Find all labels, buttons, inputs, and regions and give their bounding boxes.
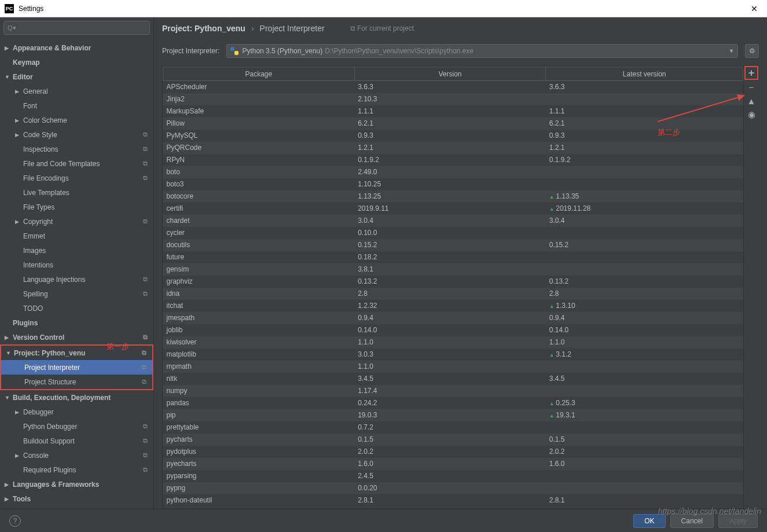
- package-row[interactable]: Jinja22.10.3: [163, 93, 743, 105]
- package-row[interactable]: numpy1.17.4: [163, 385, 743, 397]
- breadcrumb-project: Project: Python_venu: [162, 24, 245, 33]
- package-row[interactable]: chardet3.0.43.0.4: [163, 215, 743, 227]
- gear-icon[interactable]: ⚙: [745, 44, 759, 58]
- col-package[interactable]: Package: [163, 67, 355, 81]
- tree-node-languages-frameworks[interactable]: ▶Languages & Frameworks: [0, 477, 153, 491]
- tree-node-console[interactable]: ▶Console⧉: [0, 448, 153, 463]
- tree-node-file-types[interactable]: File Types: [0, 200, 153, 214]
- package-row[interactable]: nltk3.4.53.4.5: [163, 373, 743, 385]
- interpreter-path: D:\Python\Python_venu\venv\Scripts\pytho…: [325, 47, 474, 55]
- tree-node-build-execution-deployment[interactable]: ▼Build, Execution, Deployment: [0, 390, 153, 405]
- tree-node-tools[interactable]: ▶Tools: [0, 491, 153, 506]
- tree-node-spelling[interactable]: Spelling⧉: [0, 287, 153, 301]
- package-row[interactable]: PyMySQL0.9.30.9.3: [163, 130, 743, 142]
- tree-node-appearance-behavior[interactable]: ▶Appearance & Behavior: [0, 41, 153, 55]
- tree-node-copyright[interactable]: ▶Copyright⧉: [0, 214, 153, 229]
- package-row[interactable]: MarkupSafe1.1.11.1.1: [163, 105, 743, 118]
- package-row[interactable]: matplotlib3.0.33.1.2: [163, 348, 743, 361]
- package-row[interactable]: Pillow6.2.16.2.1: [163, 118, 743, 130]
- package-row[interactable]: pydotplus2.0.22.0.2: [163, 446, 743, 458]
- package-row[interactable]: python-dateutil2.8.12.8.1: [163, 494, 743, 507]
- tree-node-general[interactable]: ▶General: [0, 84, 153, 98]
- show-early-releases-button[interactable]: ◉: [744, 108, 758, 122]
- package-row[interactable]: gensim3.8.1: [163, 263, 743, 276]
- tree-node-project-interpreter[interactable]: Project Interpreter⧉: [1, 360, 152, 375]
- col-version[interactable]: Version: [354, 67, 546, 81]
- tree-node-emmet[interactable]: Emmet: [0, 229, 153, 243]
- tree-node-file-encodings[interactable]: File Encodings⧉: [0, 171, 153, 185]
- package-row[interactable]: prettytable0.7.2: [163, 421, 743, 434]
- upgrade-package-button[interactable]: ▲: [744, 94, 758, 108]
- package-row[interactable]: joblib0.14.00.14.0: [163, 324, 743, 336]
- package-row[interactable]: mpmath1.1.0: [163, 361, 743, 373]
- add-package-button[interactable]: +: [744, 66, 758, 80]
- package-row[interactable]: graphviz0.13.20.13.2: [163, 276, 743, 288]
- tree-node-file-and-code-templates[interactable]: File and Code Templates⧉: [0, 156, 153, 171]
- remove-package-button[interactable]: −: [744, 80, 758, 94]
- window-title: Settings: [19, 5, 746, 13]
- scope-icon: ⧉: [142, 349, 146, 357]
- package-row[interactable]: PyQRCode1.2.11.2.1: [163, 142, 743, 154]
- package-row[interactable]: pip19.0.319.3.1: [163, 409, 743, 421]
- ok-button[interactable]: OK: [633, 514, 665, 528]
- package-row[interactable]: boto2.49.0: [163, 166, 743, 178]
- package-row[interactable]: pypng0.0.20: [163, 482, 743, 494]
- package-row[interactable]: cycler0.10.0: [163, 227, 743, 239]
- package-row[interactable]: idna2.82.8: [163, 288, 743, 300]
- close-icon[interactable]: ✕: [746, 4, 762, 13]
- tree-node-todo[interactable]: TODO: [0, 301, 153, 315]
- cancel-button[interactable]: Cancel: [670, 514, 714, 528]
- tree-node-required-plugins[interactable]: Required Plugins⧉: [0, 463, 153, 477]
- tree-node-project-python-venu[interactable]: ▼Project: Python_venu⧉: [1, 346, 152, 360]
- tree-node-plugins[interactable]: Plugins: [0, 315, 153, 330]
- package-row[interactable]: RPyN0.1.9.20.1.9.2: [163, 154, 743, 166]
- tree-node-images[interactable]: Images: [0, 243, 153, 258]
- scope-icon: ⧉: [143, 290, 148, 298]
- tree-node-editor[interactable]: ▼Editor: [0, 69, 153, 84]
- tree-node-intentions[interactable]: Intentions: [0, 258, 153, 272]
- scope-icon: ⧉: [143, 333, 148, 341]
- help-button[interactable]: ?: [9, 515, 21, 527]
- tree-node-color-scheme[interactable]: ▶Color Scheme: [0, 113, 153, 127]
- package-row[interactable]: future0.18.2: [163, 251, 743, 263]
- interpreter-combo[interactable]: Python 3.5 (Python_venu) D:\Python\Pytho…: [226, 44, 738, 58]
- package-row[interactable]: kiwisolver1.1.01.1.0: [163, 336, 743, 348]
- tree-node-debugger[interactable]: ▶Debugger: [0, 405, 153, 419]
- package-row[interactable]: botocore1.13.251.13.35: [163, 190, 743, 203]
- tree-arrow-icon: ▶: [15, 219, 19, 225]
- col-latest[interactable]: Latest version: [546, 67, 743, 81]
- tree-node-code-style[interactable]: ▶Code Style⧉: [0, 127, 153, 142]
- tree-node-python-debugger[interactable]: Python Debugger⧉: [0, 419, 153, 434]
- packages-table[interactable]: Package Version Latest version APSchedul…: [162, 66, 744, 509]
- tree-node-inspections[interactable]: Inspections⧉: [0, 142, 153, 156]
- tree-node-font[interactable]: Font: [0, 98, 153, 113]
- scope-icon: ⧉: [142, 364, 146, 371]
- tree-arrow-icon: ▼: [5, 395, 10, 401]
- titlebar: PC Settings ✕: [0, 0, 767, 17]
- package-row[interactable]: boto31.10.25: [163, 178, 743, 190]
- search-input[interactable]: Q▾: [3, 21, 150, 35]
- tree-node-version-control[interactable]: ▶Version Control⧉: [0, 330, 153, 344]
- package-row[interactable]: certifi2019.9.112019.11.28: [163, 203, 743, 215]
- package-row[interactable]: pyparsing2.4.5: [163, 470, 743, 482]
- breadcrumb: Project: Python_venu › Project Interpret…: [154, 17, 767, 39]
- package-row[interactable]: pycharts0.1.50.1.5: [163, 434, 743, 446]
- tree-node-buildout-support[interactable]: Buildout Support⧉: [0, 434, 153, 448]
- for-current-project: For current project: [350, 24, 414, 32]
- breadcrumb-page: Project Interpreter: [260, 24, 325, 33]
- tree-node-live-templates[interactable]: Live Templates: [0, 185, 153, 200]
- package-row[interactable]: APScheduler3.6.33.6.3: [163, 81, 743, 93]
- apply-button[interactable]: Apply: [718, 514, 758, 528]
- tree-node-keymap[interactable]: Keymap: [0, 55, 153, 69]
- interpreter-label: Project Interpreter:: [162, 47, 219, 55]
- tree-node-language-injections[interactable]: Language Injections⧉: [0, 272, 153, 287]
- package-row[interactable]: pandas0.24.20.25.3: [163, 397, 743, 409]
- tree-node-project-structure[interactable]: Project Structure⧉: [1, 375, 152, 389]
- package-row[interactable]: itchat1.2.321.3.10: [163, 300, 743, 312]
- package-row[interactable]: docutils0.15.20.15.2: [163, 239, 743, 251]
- package-row[interactable]: jmespath0.9.40.9.4: [163, 312, 743, 324]
- package-row[interactable]: pyecharts1.6.01.6.0: [163, 458, 743, 470]
- chevron-down-icon: ▼: [729, 48, 734, 54]
- scope-icon: ⧉: [143, 160, 148, 167]
- interpreter-row: Project Interpreter: Python 3.5 (Python_…: [154, 39, 767, 66]
